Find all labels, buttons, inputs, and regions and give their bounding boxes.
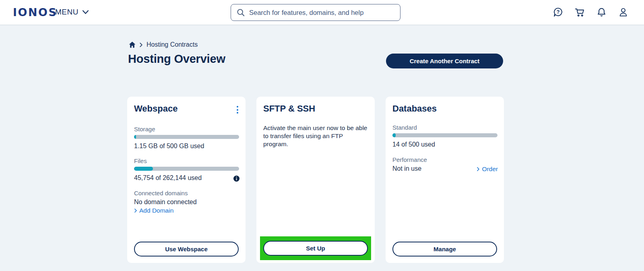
sftp-ssh-description: Activate the main user now to be able to…: [263, 124, 369, 148]
files-used-text: 45,754 of 262,144 used: [134, 174, 202, 182]
breadcrumb-item-hosting-contracts[interactable]: Hosting Contracts: [147, 41, 198, 48]
connected-domains-label: Connected domains: [134, 190, 188, 197]
files-progress-fill: [134, 167, 153, 171]
kebab-menu-icon[interactable]: [235, 105, 239, 115]
use-webspace-button[interactable]: Use Webspace: [134, 242, 239, 257]
manage-button[interactable]: Manage: [392, 242, 497, 257]
cart-icon[interactable]: [574, 7, 585, 18]
user-icon[interactable]: [618, 7, 629, 18]
databases-card: Databases Standard 14 of 500 used Perfor…: [386, 97, 504, 263]
connected-domains-value: No domain connected: [134, 199, 197, 206]
standard-label: Standard: [392, 124, 417, 131]
search-icon: [236, 8, 245, 17]
ionos-logo[interactable]: IONOS: [13, 6, 58, 19]
link-chevron-icon: [477, 167, 480, 172]
cards-row: Webspace Storage 1.15 GB of 500 GB used …: [127, 97, 504, 263]
databases-card-title: Databases: [392, 103, 437, 114]
menu-button[interactable]: MENU: [55, 8, 89, 17]
add-domain-link[interactable]: Add Domain: [134, 207, 173, 214]
performance-label: Performance: [392, 156, 427, 163]
storage-used-text: 1.15 GB of 500 GB used: [134, 143, 204, 150]
sftp-ssh-card: SFTP & SSH Activate the main user now to…: [256, 97, 375, 263]
help-icon[interactable]: ?: [553, 7, 564, 18]
page-title: Hosting Overview: [128, 52, 225, 66]
webspace-card: Webspace Storage 1.15 GB of 500 GB used …: [127, 97, 246, 263]
header-icon-group: ?: [553, 7, 629, 18]
standard-used-text: 14 of 500 used: [392, 141, 435, 148]
create-contract-button[interactable]: Create Another Contract: [386, 54, 503, 68]
sftp-ssh-card-title: SFTP & SSH: [263, 103, 315, 114]
breadcrumb: Hosting Contracts: [129, 41, 198, 48]
chevron-down-icon: [82, 10, 89, 14]
set-up-button[interactable]: Set Up: [263, 241, 368, 256]
top-header: IONOS MENU ?: [0, 0, 644, 25]
info-icon[interactable]: [233, 176, 239, 182]
svg-text:?: ?: [557, 9, 560, 15]
order-link[interactable]: Order: [477, 165, 498, 173]
files-label: Files: [134, 157, 147, 164]
performance-value: Not in use: [392, 165, 421, 172]
search-box: [231, 4, 400, 21]
files-progress-bar: [134, 167, 239, 171]
menu-label: MENU: [55, 8, 78, 17]
setup-highlight-box: Set Up: [260, 236, 371, 260]
webspace-card-title: Webspace: [134, 103, 178, 114]
link-chevron-icon: [134, 208, 137, 213]
add-domain-label: Add Domain: [139, 207, 173, 214]
home-icon[interactable]: [129, 41, 136, 48]
storage-label: Storage: [134, 126, 155, 132]
standard-progress-bar: [392, 133, 497, 137]
storage-progress-fill: [134, 135, 136, 139]
storage-progress-bar: [134, 135, 239, 139]
bell-icon[interactable]: [596, 7, 607, 18]
standard-progress-fill: [392, 133, 396, 137]
order-label: Order: [482, 165, 498, 173]
breadcrumb-chevron-icon: [139, 42, 143, 48]
page: IONOS MENU ? Hosting Contracts Hosting O…: [0, 0, 644, 271]
search-input[interactable]: [249, 9, 395, 17]
